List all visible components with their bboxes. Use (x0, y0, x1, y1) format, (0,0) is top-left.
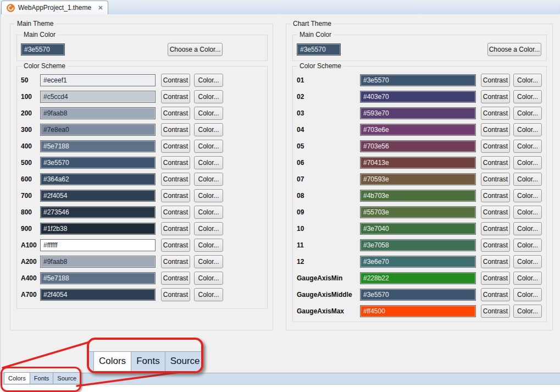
color-picker-button[interactable]: Color... (513, 74, 542, 87)
color-value-field[interactable]: #3e5570 (360, 74, 476, 86)
contrast-button[interactable]: Contrast (161, 255, 190, 268)
color-value-field[interactable]: #5e7188 (40, 140, 156, 152)
contrast-button[interactable]: Contrast (481, 239, 510, 252)
contrast-button[interactable]: Contrast (161, 189, 190, 202)
color-picker-button[interactable]: Color... (513, 305, 542, 318)
color-picker-button[interactable]: Color... (513, 189, 542, 202)
color-value-field[interactable]: #703e56 (360, 140, 476, 152)
editor-tab-webappproject-theme[interactable]: WebAppProject_1.theme ✕ (1, 1, 108, 14)
color-value-field[interactable]: #403e70 (360, 91, 476, 103)
contrast-button[interactable]: Contrast (161, 156, 190, 169)
contrast-button[interactable]: Contrast (481, 123, 510, 136)
contrast-button[interactable]: Contrast (161, 123, 190, 136)
choose-color-button[interactable]: Choose a Color... (168, 43, 223, 56)
contrast-button[interactable]: Contrast (481, 156, 510, 169)
color-picker-button[interactable]: Color... (194, 107, 223, 120)
color-picker-button[interactable]: Color... (194, 173, 223, 186)
contrast-button[interactable]: Contrast (161, 107, 190, 120)
contrast-button[interactable]: Contrast (161, 74, 190, 87)
color-value-field[interactable]: #c5ccd4 (40, 91, 156, 103)
color-picker-button[interactable]: Color... (194, 239, 223, 252)
color-value-field[interactable]: #9faab8 (40, 256, 156, 268)
color-picker-button[interactable]: Color... (194, 90, 223, 103)
color-value-field[interactable]: #2f4054 (40, 190, 156, 202)
color-picker-button[interactable]: Color... (194, 222, 223, 235)
contrast-button[interactable]: Contrast (161, 173, 190, 186)
color-value-field[interactable]: #4b703e (360, 190, 476, 202)
contrast-button[interactable]: Contrast (481, 288, 510, 301)
color-picker-button[interactable]: Color... (194, 272, 223, 285)
color-value-field[interactable]: #55703e (360, 206, 476, 218)
color-value-field[interactable]: #eceef1 (40, 74, 156, 86)
color-value-field[interactable]: #5e7188 (40, 272, 156, 284)
color-value-field[interactable]: #3e7058 (360, 239, 476, 251)
color-picker-button[interactable]: Color... (513, 206, 542, 219)
color-picker-button[interactable]: Color... (513, 90, 542, 103)
color-value-field[interactable]: #228b22 (360, 272, 476, 284)
contrast-button[interactable]: Contrast (481, 222, 510, 235)
color-picker-button[interactable]: Color... (513, 288, 542, 301)
contrast-button[interactable]: Contrast (161, 206, 190, 219)
contrast-button[interactable]: Contrast (481, 74, 510, 87)
contrast-button[interactable]: Contrast (481, 206, 510, 219)
color-value-field[interactable]: #3e7040 (360, 223, 476, 235)
color-picker-button[interactable]: Color... (513, 123, 542, 136)
color-picker-button[interactable]: Color... (194, 288, 223, 301)
contrast-button[interactable]: Contrast (481, 189, 510, 202)
contrast-button[interactable]: Contrast (481, 107, 510, 120)
contrast-button[interactable]: Contrast (481, 140, 510, 153)
color-value-field[interactable]: #364a62 (40, 173, 156, 185)
color-picker-button[interactable]: Color... (513, 272, 542, 285)
contrast-button[interactable]: Contrast (161, 140, 190, 153)
color-value-field[interactable]: #70413e (360, 157, 476, 169)
scheme-key-label: 01 (297, 74, 304, 87)
chart-main-color-value-field[interactable]: #3e5570 (297, 43, 341, 56)
color-picker-button[interactable]: Color... (513, 222, 542, 235)
color-value-field[interactable]: #ffffff (40, 239, 156, 251)
color-picker-button[interactable]: Color... (513, 156, 542, 169)
color-value-field[interactable]: #593e70 (360, 107, 476, 119)
color-picker-button[interactable]: Color... (194, 74, 223, 87)
color-picker-button[interactable]: Color... (513, 239, 542, 252)
chart-choose-color-button[interactable]: Choose a Color... (487, 43, 541, 56)
color-picker-button[interactable]: Color... (194, 206, 223, 219)
scheme-key-label: 800 (21, 206, 32, 219)
contrast-button[interactable]: Contrast (481, 272, 510, 285)
color-picker-button[interactable]: Color... (513, 107, 542, 120)
color-value-field[interactable]: #3e6e70 (360, 256, 476, 268)
color-value-field[interactable]: #2f4054 (40, 289, 156, 301)
close-icon[interactable]: ✕ (98, 4, 103, 12)
color-value-field[interactable]: #3e5570 (40, 157, 156, 169)
color-picker-button[interactable]: Color... (513, 173, 542, 186)
color-picker-button[interactable]: Color... (194, 156, 223, 169)
color-value-field[interactable]: #ff4500 (360, 305, 476, 317)
main-color-value-field[interactable]: #3e5570 (21, 43, 65, 56)
contrast-button[interactable]: Contrast (161, 90, 190, 103)
color-picker-button[interactable]: Color... (194, 123, 223, 136)
color-picker-button[interactable]: Color... (513, 255, 542, 268)
color-value-field[interactable]: #273546 (40, 206, 156, 218)
contrast-button[interactable]: Contrast (481, 305, 510, 318)
contrast-button[interactable]: Contrast (481, 90, 510, 103)
scheme-key-label: 09 (297, 206, 304, 219)
scheme-key-label: 03 (297, 107, 304, 120)
color-picker-button[interactable]: Color... (194, 140, 223, 153)
contrast-button[interactable]: Contrast (161, 288, 190, 301)
contrast-button[interactable]: Contrast (481, 173, 510, 186)
color-picker-button[interactable]: Color... (194, 189, 223, 202)
color-value-field[interactable]: #9faab8 (40, 107, 156, 119)
color-value-field[interactable]: #3e5570 (360, 289, 476, 301)
color-value-field[interactable]: #1f2b38 (40, 223, 156, 235)
color-picker-button[interactable]: Color... (513, 140, 542, 153)
color-scheme-row: 200#9faab8ContrastColor... (16, 107, 269, 120)
color-value-field[interactable]: #7e8ea0 (40, 124, 156, 136)
contrast-button[interactable]: Contrast (161, 222, 190, 235)
contrast-button[interactable]: Contrast (161, 239, 190, 252)
color-picker-button[interactable]: Color... (194, 255, 223, 268)
chart-theme-group-label: Chart Theme (291, 20, 334, 28)
color-value-field[interactable]: #70593e (360, 173, 476, 185)
color-scheme-row: A400#5e7188ContrastColor... (16, 272, 269, 285)
color-value-field[interactable]: #703e6e (360, 124, 476, 136)
contrast-button[interactable]: Contrast (481, 255, 510, 268)
contrast-button[interactable]: Contrast (161, 272, 190, 285)
